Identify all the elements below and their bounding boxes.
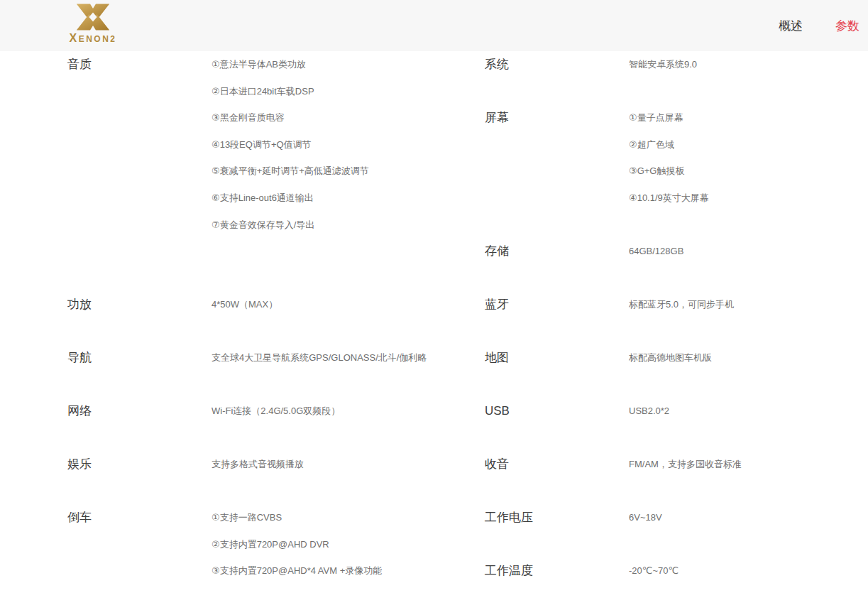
spec-values: 6V~18V	[629, 511, 859, 538]
spec-label: 工作温度	[485, 564, 629, 577]
spec-values: USB2.0*2	[629, 404, 859, 431]
spec-row-left-4: 娱乐支持多格式音视频播放	[67, 457, 465, 511]
spec-label: 网络	[67, 404, 211, 418]
spec-values: Wi-Fi连接（2.4G/5.0G双频段）	[211, 404, 465, 431]
spec-value: Wi-Fi连接（2.4G/5.0G双频段）	[211, 404, 465, 431]
spec-value: ④10.1/9英寸大屏幕	[629, 191, 859, 218]
spec-value: ②支持内置720P@AHD DVR	[211, 538, 465, 565]
spec-value: 标配高德地图车机版	[629, 351, 859, 378]
spec-value: ③黑金刚音质电容	[211, 111, 465, 138]
spec-row-left-1: 功放4*50W（MAX）	[67, 298, 465, 351]
nav-tab-parameters[interactable]: 参数	[835, 18, 859, 34]
spec-row-right-4: 地图标配高德地图车机版	[485, 351, 859, 404]
spec-row-right-8: 工作温度-20℃~70℃	[485, 564, 859, 591]
spec-values: 标配高德地图车机版	[629, 351, 859, 378]
header-nav: 概述 参数	[779, 0, 859, 51]
spec-row-right-7: 工作电压6V~18V	[485, 511, 859, 564]
spec-values: ①量子点屏幕②超广色域③G+G触摸板④10.1/9英寸大屏幕	[629, 111, 859, 217]
spec-value: ③G+G触摸板	[629, 164, 859, 191]
spec-label: 屏幕	[485, 111, 629, 124]
spec-label: 地图	[485, 351, 629, 364]
spec-values: 64GB/128GB	[629, 244, 859, 271]
spec-label: 系统	[485, 58, 629, 71]
spec-values: 支全球4大卫星导航系统GPS/GLONASS/北斗/伽利略	[211, 351, 465, 378]
spec-value: ②日本进口24bit车载DSP	[211, 85, 465, 111]
spec-sheet: 音质①意法半导体AB类功放②日本进口24bit车载DSP③黑金刚音质电容④13段…	[0, 51, 868, 610]
spec-values: 智能安卓系统9.0	[629, 58, 859, 85]
spec-values: -20℃~70℃	[629, 564, 859, 591]
spec-row-left-5: 倒车①支持一路CVBS②支持内置720P@AHD DVR③支持内置720P@AH…	[67, 511, 465, 591]
spec-row-left-0: 音质①意法半导体AB类功放②日本进口24bit车载DSP③黑金刚音质电容④13段…	[67, 58, 465, 298]
spec-value: ⑥支持Line-out6通道输出	[211, 191, 465, 218]
spec-label: 蓝牙	[485, 298, 629, 311]
spec-label: 导航	[67, 351, 211, 364]
spec-value: 支全球4大卫星导航系统GPS/GLONASS/北斗/伽利略	[211, 351, 465, 378]
spec-label: USB	[485, 404, 629, 418]
brand-emblem-icon	[72, 3, 114, 31]
spec-value: ④13段EQ调节+Q值调节	[211, 138, 465, 165]
spec-values: 4*50W（MAX）	[211, 298, 465, 325]
spec-value: 标配蓝牙5.0，可同步手机	[629, 298, 859, 325]
spec-value: 支持多格式音视频播放	[211, 457, 465, 484]
spec-label: 音质	[67, 58, 211, 71]
spec-row-right-5: USBUSB2.0*2	[485, 404, 859, 457]
spec-row-right-0: 系统智能安卓系统9.0	[485, 58, 859, 111]
spec-row-left-3: 网络Wi-Fi连接（2.4G/5.0G双频段）	[67, 404, 465, 457]
spec-values: ①支持一路CVBS②支持内置720P@AHD DVR③支持内置720P@AHD*…	[211, 511, 465, 591]
spec-values: 支持多格式音视频播放	[211, 457, 465, 484]
spec-value: ②超广色域	[629, 138, 859, 165]
spec-label: 收音	[485, 457, 629, 471]
spec-values: 标配蓝牙5.0，可同步手机	[629, 298, 859, 325]
spec-row-right-6: 收音FM/AM，支持多国收音标准	[485, 457, 859, 511]
header: XENON2 概述 参数	[0, 0, 868, 51]
spec-values: ①意法半导体AB类功放②日本进口24bit车载DSP③黑金刚音质电容④13段EQ…	[211, 58, 465, 244]
spec-values: FM/AM，支持多国收音标准	[629, 457, 859, 484]
page: XENON2 概述 参数 音质①意法半导体AB类功放②日本进口24bit车载DS…	[0, 0, 868, 610]
spec-value: ①支持一路CVBS	[211, 511, 465, 538]
spec-label: 功放	[67, 298, 211, 311]
spec-value: ⑦黄金音效保存导入/导出	[211, 218, 465, 245]
spec-row-left-2: 导航支全球4大卫星导航系统GPS/GLONASS/北斗/伽利略	[67, 351, 465, 404]
nav-tab-overview[interactable]: 概述	[779, 18, 803, 34]
spec-column-right: 系统智能安卓系统9.0屏幕①量子点屏幕②超广色域③G+G触摸板④10.1/9英寸…	[485, 58, 859, 591]
spec-value: FM/AM，支持多国收音标准	[629, 457, 859, 484]
spec-value: -20℃~70℃	[629, 564, 859, 591]
spec-label: 娱乐	[67, 457, 211, 471]
spec-value: USB2.0*2	[629, 404, 859, 431]
spec-label: 存储	[485, 244, 629, 258]
spec-row-right-3: 蓝牙标配蓝牙5.0，可同步手机	[485, 298, 859, 351]
spec-row-right-1: 屏幕①量子点屏幕②超广色域③G+G触摸板④10.1/9英寸大屏幕	[485, 111, 859, 244]
brand-name: XENON2	[66, 32, 120, 45]
spec-value: ①量子点屏幕	[629, 111, 859, 138]
spec-label: 工作电压	[485, 511, 629, 524]
spec-value: 4*50W（MAX）	[211, 298, 465, 325]
spec-value: ①意法半导体AB类功放	[211, 58, 465, 85]
spec-value: 6V~18V	[629, 511, 859, 538]
spec-value: 64GB/128GB	[629, 244, 859, 271]
spec-value: ③支持内置720P@AHD*4 AVM +录像功能	[211, 564, 465, 591]
spec-label: 倒车	[67, 511, 211, 524]
spec-column-left: 音质①意法半导体AB类功放②日本进口24bit车载DSP③黑金刚音质电容④13段…	[67, 58, 465, 591]
spec-value: ⑤衰减平衡+延时调节+高低通滤波调节	[211, 164, 465, 191]
spec-row-right-2: 存储64GB/128GB	[485, 244, 859, 298]
brand-logo[interactable]: XENON2	[66, 3, 120, 45]
spec-value: 智能安卓系统9.0	[629, 58, 859, 85]
